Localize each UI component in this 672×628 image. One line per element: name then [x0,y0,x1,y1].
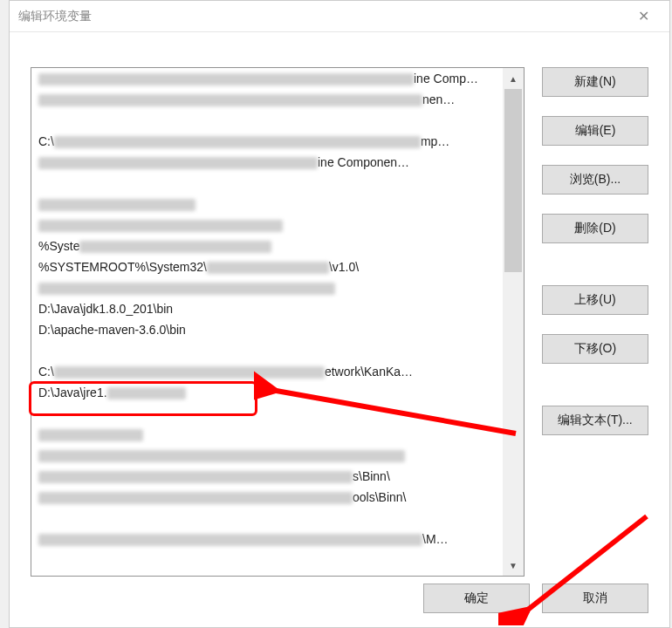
list-item[interactable]: nen… [31,89,503,110]
list-item[interactable] [31,424,503,445]
path-list[interactable]: ine Comp…nen…C:\mp…ine Componen…%Syste%S… [31,68,503,576]
new-button[interactable]: 新建(N) [542,67,648,97]
list-item[interactable]: ine Comp… [31,68,503,89]
list-item[interactable] [31,194,503,215]
list-item[interactable]: C:\mp… [31,131,503,152]
cancel-button[interactable]: 取消 [542,584,648,613]
window-title: 编辑环境变量 [18,9,626,24]
list-item[interactable]: ine Componen… [31,152,503,173]
edit-button[interactable]: 编辑(E) [542,116,648,146]
list-item[interactable] [31,110,503,131]
list-item[interactable]: ools\Binn\ [31,487,503,508]
scroll-up-arrow[interactable]: ▲ [503,68,524,89]
list-item[interactable]: s\Binn\ [31,466,503,487]
movedown-button[interactable]: 下移(O) [542,334,648,364]
browse-button[interactable]: 浏览(B)... [542,165,648,195]
list-item[interactable] [31,215,503,236]
scroll-thumb[interactable] [504,89,522,272]
list-item[interactable] [31,508,503,529]
list-item[interactable] [31,277,503,298]
list-item[interactable] [31,340,503,361]
list-item[interactable]: %Syste [31,236,503,256]
list-item[interactable]: \M… [31,529,503,550]
path-list-panel: ine Comp…nen…C:\mp…ine Componen…%Syste%S… [31,67,525,577]
scrollbar[interactable]: ▲ ▼ [503,68,524,576]
title-bar: 编辑环境变量 ✕ [10,1,669,32]
list-item[interactable] [31,445,503,466]
button-column: 新建(N) 编辑(E) 浏览(B)... 删除(D) 上移(U) 下移(O) 编… [542,67,648,435]
close-button[interactable]: ✕ [626,1,661,32]
delete-button[interactable]: 删除(D) [542,214,648,243]
list-item[interactable]: D:\apache-maven-3.6.0\bin [31,319,503,340]
list-item[interactable]: C:\etwork\KanKa… [31,361,503,382]
scroll-down-arrow[interactable]: ▼ [503,555,524,576]
list-item[interactable] [31,173,503,194]
ok-button[interactable]: 确定 [423,584,530,613]
env-var-dialog: 编辑环境变量 ✕ ine Comp…nen…C:\mp…ine Componen… [9,0,670,628]
list-item[interactable]: D:\Java\jdk1.8.0_201\bin [31,298,503,319]
dialog-content: ine Comp…nen…C:\mp…ine Componen…%Syste%S… [10,32,669,627]
edittext-button[interactable]: 编辑文本(T)... [542,406,648,435]
bottom-buttons: 确定 取消 [423,584,648,613]
list-item[interactable]: %SYSTEMROOT%\System32\\v1.0\ [31,256,503,277]
list-item[interactable] [31,403,503,424]
list-item[interactable]: D:\Java\jre1. [31,382,503,403]
moveup-button[interactable]: 上移(U) [542,285,648,315]
